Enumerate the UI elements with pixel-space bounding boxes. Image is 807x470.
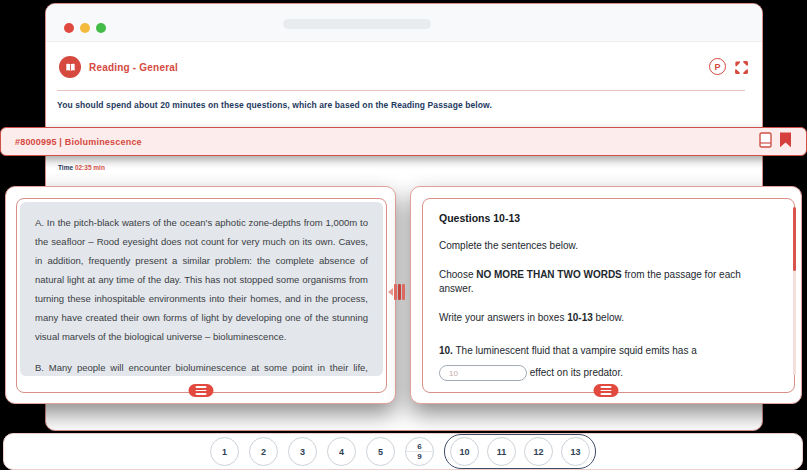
question-nav-5[interactable]: 5: [366, 437, 395, 466]
questions-instruction-3: Write your answers in boxes 10-13 below.: [439, 311, 768, 325]
question-nav-3[interactable]: 3: [288, 437, 317, 466]
passage-paragraph-b: B. Many people will encounter biolumines…: [35, 358, 368, 376]
question-group-10-13: 10 11 12 13: [444, 434, 596, 469]
scrollbar-thumb[interactable]: [793, 207, 796, 271]
passage-id-title: #8000995 | Bioluminescence: [15, 137, 142, 147]
question-nav-1[interactable]: 1: [210, 437, 239, 466]
answer-input-10[interactable]: [439, 365, 527, 381]
url-bar[interactable]: [283, 19, 431, 29]
question-nav-12[interactable]: 12: [524, 437, 553, 466]
bookmark-icon[interactable]: [779, 132, 792, 152]
passage-panel: A. In the pitch-black waters of the ocea…: [5, 186, 396, 404]
question-nav-2[interactable]: 2: [249, 437, 278, 466]
timer-label: Time: [58, 164, 73, 171]
passage-paragraph-a: A. In the pitch-black waters of the ocea…: [35, 213, 368, 346]
question-nav-4[interactable]: 4: [327, 437, 356, 466]
timer-value: 02:35 min: [75, 164, 105, 171]
questions-instruction-1: Complete the sentences below.: [439, 239, 768, 253]
dictionary-icon[interactable]: [759, 132, 772, 152]
window-titlebar: [46, 4, 762, 42]
question-10: 10. The luminescent fluid that a vampire…: [439, 340, 768, 384]
page-title: Reading - General: [89, 62, 178, 73]
questions-instruction-2: Choose NO MORE THAN TWO WORDS from the p…: [439, 268, 768, 296]
question-nav-10[interactable]: 10: [450, 437, 479, 466]
passage-text-area[interactable]: A. In the pitch-black waters of the ocea…: [20, 202, 383, 376]
question-nav-11[interactable]: 11: [487, 437, 516, 466]
resize-arrow-icon: [388, 288, 393, 296]
maximize-button[interactable]: [96, 23, 106, 33]
questions-menu-icon[interactable]: [594, 384, 619, 397]
question-nav-6-9[interactable]: 6 9: [405, 437, 434, 466]
header-divider: [57, 90, 745, 91]
timer: Time 02:35 min: [58, 164, 105, 171]
passage-title-bar: #8000995 | Bioluminescence: [0, 127, 807, 156]
questions-scrollbar[interactable]: [793, 207, 796, 375]
minimize-button[interactable]: [80, 23, 90, 33]
screen: Reading - General P You should spend abo…: [0, 0, 807, 470]
passage-menu-icon[interactable]: [188, 384, 213, 397]
premium-badge-icon[interactable]: P: [709, 58, 726, 75]
fullscreen-icon[interactable]: [734, 60, 749, 75]
questions-panel: Questions 10-13 Complete the sentences b…: [410, 186, 802, 404]
panel-resize-handle[interactable]: [388, 283, 410, 301]
question-pagination-bar: 1 2 3 4 5 6 9 10 11 12 13: [3, 433, 803, 470]
passage-container: A. In the pitch-black waters of the ocea…: [16, 198, 387, 393]
questions-container: Questions 10-13 Complete the sentences b…: [422, 198, 795, 393]
section-instruction: You should spend about 20 minutes on the…: [57, 100, 742, 110]
reading-book-icon: [59, 56, 81, 78]
question-nav-13[interactable]: 13: [561, 437, 590, 466]
close-button[interactable]: [64, 23, 74, 33]
questions-heading: Questions 10-13: [439, 211, 768, 225]
